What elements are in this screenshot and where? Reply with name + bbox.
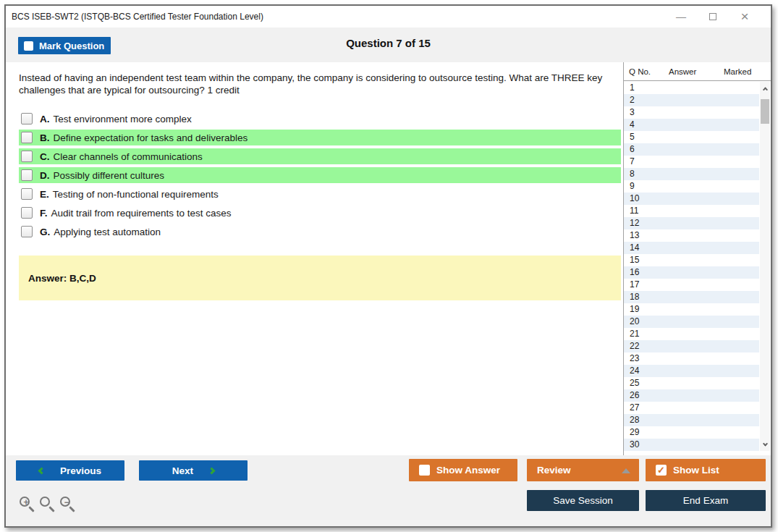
window-controls: — × (665, 7, 771, 27)
question-list-row[interactable]: 7 (624, 156, 759, 168)
question-number: 24 (630, 366, 639, 376)
question-list-row[interactable]: 8 (624, 168, 759, 180)
question-number: 26 (630, 390, 639, 400)
chevron-left-icon (38, 467, 46, 474)
previous-button[interactable]: Previous (16, 460, 124, 481)
option-text: Testing of non-functional requirements (53, 189, 219, 200)
option-checkbox[interactable] (21, 132, 33, 143)
zoom-out-icon[interactable]: − (59, 496, 77, 513)
question-number: 7 (630, 156, 635, 166)
triangle-up-icon (622, 468, 630, 473)
question-number: 29 (630, 427, 639, 437)
option-checkbox[interactable] (21, 169, 33, 181)
question-list-row[interactable]: 16 (624, 266, 759, 279)
option-checkbox[interactable] (21, 207, 33, 219)
question-list-row[interactable]: 20 (624, 316, 759, 328)
question-number: 11 (630, 206, 638, 216)
question-list-row[interactable]: 2 (624, 94, 759, 106)
question-list-row[interactable]: 5 (624, 131, 759, 143)
option-checkbox[interactable] (21, 226, 33, 237)
scrollbar[interactable] (760, 82, 770, 451)
maximize-icon[interactable] (697, 7, 729, 27)
review-label: Review (537, 465, 571, 476)
question-number: 25 (630, 378, 639, 388)
scrollbar-thumb[interactable] (761, 99, 769, 124)
save-session-button[interactable]: Save Session (527, 490, 639, 511)
option-checkbox[interactable] (21, 113, 33, 124)
option-text: Applying test automation (54, 227, 161, 237)
close-icon[interactable]: × (729, 7, 761, 27)
end-exam-button[interactable]: End Exam (646, 490, 766, 511)
show-list-button[interactable]: ✓ Show List (646, 459, 766, 481)
app-window: BCS ISEB-SWT2 (ISTQB-BCS Certified Teste… (4, 4, 772, 528)
question-list-row[interactable]: 11 (624, 205, 759, 217)
question-number: 13 (630, 230, 639, 240)
question-list-row[interactable]: 24 (624, 365, 759, 377)
question-number: 20 (630, 316, 639, 326)
next-button[interactable]: Next (139, 460, 248, 481)
question-list-row[interactable]: 1 (624, 82, 759, 94)
question-list-row[interactable]: 19 (624, 303, 759, 316)
option-checkbox[interactable] (21, 151, 33, 162)
question-list-row[interactable]: 17 (624, 279, 759, 291)
question-number: 3 (630, 107, 635, 117)
minimize-icon[interactable]: — (665, 7, 697, 27)
review-button[interactable]: Review (527, 459, 639, 481)
show-answer-label: Show Answer (436, 465, 500, 476)
question-list-row[interactable]: 14 (624, 242, 759, 254)
option-checkbox[interactable] (21, 188, 33, 200)
question-list-row[interactable]: 18 (624, 291, 759, 303)
question-counter: Question 7 of 15 (6, 37, 771, 49)
show-answer-button[interactable]: Show Answer (409, 459, 517, 481)
option-row[interactable]: A. Test environment more complex (19, 111, 621, 127)
show-list-checkbox[interactable]: ✓ (656, 465, 667, 476)
question-list-row[interactable]: 28 (624, 414, 759, 426)
footer-bar: Previous Next + − Show Answer Review (6, 455, 771, 526)
question-list-row[interactable]: 12 (624, 217, 759, 229)
scroll-down-icon[interactable] (760, 439, 770, 449)
option-row[interactable]: F. Audit trail from requirements to test… (19, 205, 621, 221)
question-list-row[interactable]: 23 (624, 352, 759, 365)
question-list-row[interactable]: 10 (624, 193, 759, 205)
question-list-row[interactable]: 13 (624, 229, 759, 242)
question-number: 17 (630, 279, 639, 290)
question-number: 12 (630, 218, 639, 228)
minus-sign: − (60, 496, 73, 509)
option-row[interactable]: E. Testing of non-functional requirement… (19, 186, 621, 202)
options-list: A. Test environment more complex B. Defi… (19, 111, 621, 240)
question-text: Instead of having an independent test te… (19, 72, 609, 96)
scroll-up-icon[interactable] (760, 83, 770, 93)
question-list-row[interactable]: 9 (624, 180, 759, 193)
option-letter: C. (40, 151, 50, 162)
plus-sign: + (20, 496, 33, 509)
option-row[interactable]: C. Clear channels of communications (19, 148, 621, 164)
question-list-row[interactable]: 25 (624, 377, 759, 389)
question-list-row[interactable]: 29 (624, 426, 759, 439)
answer-text: Answer: B,C,D (28, 273, 96, 284)
question-list-row[interactable]: 22 (624, 340, 759, 352)
zoom-icon[interactable] (39, 496, 56, 513)
question-number: 15 (630, 255, 639, 265)
option-row[interactable]: G. Applying test automation (19, 224, 621, 240)
lens-circle (40, 497, 50, 507)
question-list-header: Q No. Answer Marked (624, 62, 771, 81)
question-list-row[interactable]: 27 (624, 402, 759, 414)
option-letter: F. (40, 208, 48, 219)
option-row[interactable]: B. Define expectation for tasks and deli… (19, 130, 621, 145)
show-answer-checkbox[interactable] (419, 465, 430, 476)
question-list-row[interactable]: 15 (624, 254, 759, 266)
option-letter: A. (40, 114, 50, 124)
question-list-row[interactable]: 4 (624, 119, 759, 131)
question-list-row[interactable]: 30 (624, 439, 759, 451)
option-text: Define expectation for tasks and deliver… (54, 132, 248, 143)
question-list-row[interactable]: 3 (624, 106, 759, 119)
option-row[interactable]: D. Possibly different cultures (19, 167, 621, 183)
question-number: 18 (630, 292, 639, 302)
question-list-row[interactable]: 21 (624, 328, 759, 340)
question-number: 21 (630, 329, 639, 339)
question-list-row[interactable]: 6 (624, 143, 759, 156)
question-number: 28 (630, 415, 639, 425)
zoom-in-icon[interactable]: + (19, 496, 36, 513)
question-number: 9 (630, 181, 635, 191)
question-list-row[interactable]: 26 (624, 389, 759, 402)
